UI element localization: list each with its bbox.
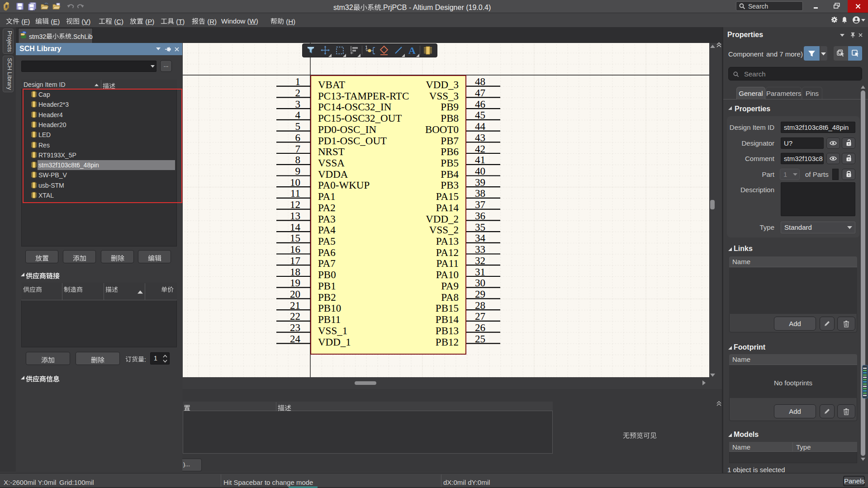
- svg-text:1: 1: [365, 45, 368, 50]
